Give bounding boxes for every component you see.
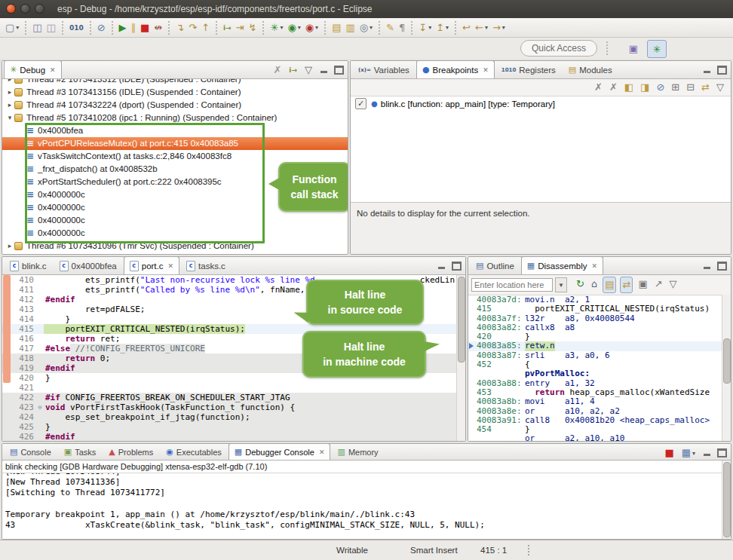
suspend-icon[interactable]: ∥ <box>130 20 138 35</box>
step-over-icon[interactable]: ↷ <box>187 20 198 35</box>
editor-scrollbar[interactable] <box>456 275 465 441</box>
tab-tasks-c[interactable]: ctasks.c <box>180 256 232 274</box>
line-number[interactable]: 414 <box>13 314 36 324</box>
stack-frame-row[interactable]: ≡vPortCPUReleaseMutex() at port.c:415 0x… <box>2 137 348 150</box>
instruction-stepping-mode-icon[interactable]: i→ <box>287 63 299 78</box>
disasm-line[interactable]: 40083a82:callx8 a8 <box>468 323 731 332</box>
scrollbar-thumb[interactable] <box>458 277 465 363</box>
tab-disassembly[interactable]: ▦Disassembly✕ <box>521 256 603 274</box>
disasm-line[interactable]: 40083a91:call8 0x40081b20 <heap_caps_mal… <box>468 416 731 425</box>
collapsed-twistie-icon[interactable]: ▸ <box>5 79 14 86</box>
save-all-icon[interactable]: ◫ <box>45 20 57 35</box>
line-number[interactable]: 425 <box>13 422 36 432</box>
forward-icon[interactable]: →▾ <box>491 20 507 35</box>
tab-console[interactable]: ▤Console <box>4 443 57 460</box>
code-line[interactable]: 424 esp_set_breakpoint_if_jtag(function)… <box>2 412 465 422</box>
line-number[interactable]: 413 <box>13 304 36 314</box>
remove-all-breakpoints-icon[interactable]: ✗ <box>608 80 619 95</box>
step-return-icon[interactable]: ↑ <box>200 20 211 35</box>
breakpoints-list[interactable]: ✓ ● blink.c [function: app_main] [type: … <box>351 96 731 202</box>
line-number[interactable]: 417 <box>13 344 36 353</box>
disasm-line[interactable]: 452{ <box>468 360 731 369</box>
window-close-icon[interactable] <box>6 4 16 14</box>
instruction-stepping-icon[interactable]: i→ <box>222 20 233 35</box>
minimize-view-icon[interactable] <box>701 260 713 272</box>
location-dropdown-icon[interactable]: ▼ <box>555 277 567 292</box>
tab-variables[interactable]: (x)=Variables <box>352 60 416 78</box>
line-number[interactable]: 412 <box>13 295 36 304</box>
expanded-twistie-icon[interactable]: ▾ <box>5 112 14 124</box>
export-icon[interactable]: ↗ <box>653 277 664 292</box>
tab-registers[interactable]: 1010Registers <box>495 60 562 78</box>
tab-port-c[interactable]: cport.c✕ <box>124 256 179 274</box>
stack-frame-row[interactable]: ≡0x4000000c <box>2 214 348 227</box>
line-number[interactable]: 418 <box>13 353 36 363</box>
dropdown-arrow-icon[interactable]: ▾ <box>315 24 318 31</box>
refresh-icon[interactable]: ↻ <box>575 277 586 292</box>
line-number[interactable]: 415 <box>13 324 36 334</box>
scrollbar-thumb[interactable] <box>723 462 731 537</box>
tab-modules[interactable]: ▤Modules <box>563 60 618 78</box>
copy-icon[interactable]: ▣ <box>636 277 649 292</box>
console-scrollbar[interactable] <box>722 461 731 539</box>
dropdown-arrow-icon[interactable]: ▾ <box>446 24 449 31</box>
collapse-marker-icon[interactable]: ⊖ <box>36 402 44 412</box>
collapse-all-icon[interactable]: ⊟ <box>685 80 696 95</box>
console-output[interactable]: [New Thread 1073468744][New Thread 10734… <box>2 473 731 540</box>
quick-access-button[interactable]: Quick Access <box>520 40 597 57</box>
line-number[interactable]: 424 <box>13 412 36 422</box>
scrollbar-thumb[interactable] <box>723 338 731 384</box>
minimize-view-icon[interactable] <box>701 64 713 76</box>
open-element-icon[interactable]: ▤ <box>330 20 342 35</box>
thread-row[interactable]: ▸Thread #4 1073432224 (dport) (Suspended… <box>2 99 348 112</box>
line-number[interactable]: 411 <box>13 285 36 295</box>
terminate-icon[interactable]: ■ <box>139 20 151 35</box>
go-to-file-icon[interactable]: ◨ <box>639 80 651 95</box>
show-annotations-icon[interactable]: ¶ <box>397 20 406 35</box>
search-icon[interactable]: ◎▾ <box>358 20 374 35</box>
minimize-view-icon[interactable] <box>317 64 330 76</box>
cpp-perspective-icon[interactable]: ▣ <box>624 40 643 57</box>
minimize-view-icon[interactable] <box>701 447 713 459</box>
collapsed-twistie-icon[interactable]: ▸ <box>5 99 14 112</box>
tab-debugger-console[interactable]: ▦Debugger Console✕ <box>228 443 331 460</box>
collapsed-twistie-icon[interactable]: ▸ <box>5 240 14 252</box>
dropdown-arrow-icon[interactable]: ▾ <box>428 24 431 31</box>
external-tools-icon[interactable]: ◉▾ <box>304 20 320 35</box>
resume-icon[interactable]: ▶ <box>118 20 128 35</box>
previous-annotation-icon[interactable]: ↥▾ <box>434 20 450 35</box>
close-tab-icon[interactable]: ✕ <box>483 66 489 74</box>
back-icon[interactable]: ←▾ <box>474 20 489 35</box>
run-icon[interactable]: ◉▾ <box>286 20 302 35</box>
tab-tasks[interactable]: ▣Tasks <box>58 443 103 460</box>
new-wizard-icon[interactable]: ▢▾ <box>4 20 20 35</box>
line-number[interactable]: 420 <box>13 373 36 383</box>
open-resource-icon[interactable]: ▥ <box>344 20 356 35</box>
dropdown-arrow-icon[interactable]: ▾ <box>692 450 695 457</box>
collapsed-twistie-icon[interactable]: ▸ <box>5 86 14 99</box>
stack-frame-row[interactable]: ≡0x4000bfea <box>2 124 348 137</box>
view-menu-icon[interactable]: ▽ <box>715 80 725 95</box>
mark-occurrences-icon[interactable]: ✎ <box>385 20 396 35</box>
line-number[interactable]: 419 <box>13 363 36 373</box>
terminate-console-icon[interactable]: ■ <box>663 445 675 461</box>
code-line[interactable]: 423⊖void vPortFirstTaskHook(TaskFunction… <box>2 402 465 412</box>
close-tab-icon[interactable]: ✕ <box>591 262 597 270</box>
view-menu-icon[interactable]: ▽ <box>303 63 314 78</box>
stack-frame-row[interactable]: ≡0x4000000c <box>2 227 348 240</box>
thread-row[interactable]: ▸Thread #2 1073413312 (IDLE) (Suspended … <box>2 79 348 86</box>
code-line[interactable]: 421 <box>2 383 465 393</box>
line-number[interactable]: 426 <box>13 432 36 442</box>
view-menu-icon[interactable]: ▽ <box>668 277 679 292</box>
drop-to-frame-icon[interactable]: ⇥ <box>235 20 246 35</box>
disasm-line[interactable]: 40083a87:srli a3, a0, 6 <box>468 351 731 360</box>
tab-breakpoints[interactable]: ●Breakpoints✕ <box>416 60 495 78</box>
tab-0x4000bfea[interactable]: c0x4000bfea <box>54 256 123 274</box>
skip-all-breakpoints-icon[interactable]: ⊘ <box>655 80 666 95</box>
remove-breakpoint-icon[interactable]: ✗ <box>593 80 604 95</box>
tab-blink-c[interactable]: cblink.c <box>4 256 53 274</box>
debug-perspective-icon[interactable]: ✳ <box>647 40 667 58</box>
breakpoint-row[interactable]: ✓ ● blink.c [function: app_main] [type: … <box>351 96 731 111</box>
expand-all-icon[interactable]: ⊞ <box>670 80 681 95</box>
sync-with-active-context-icon[interactable]: ⇄ <box>620 277 633 293</box>
